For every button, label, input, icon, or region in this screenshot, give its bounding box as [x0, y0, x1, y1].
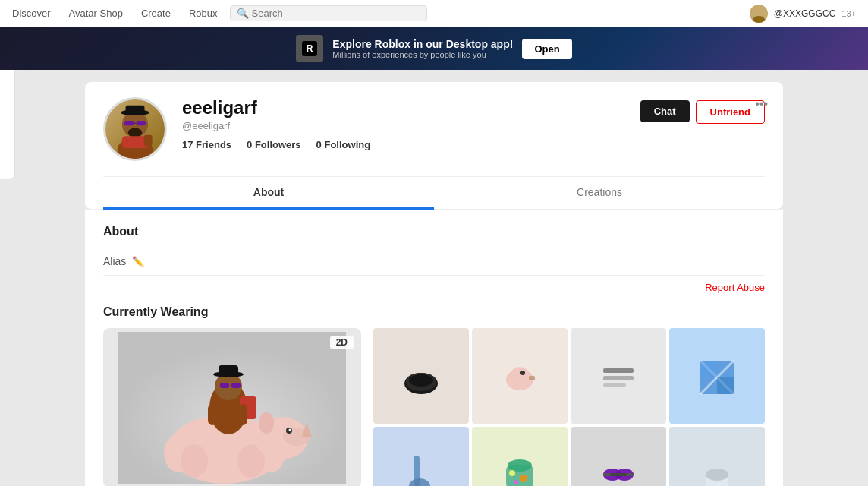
profile-tabs: About Creations	[103, 176, 765, 209]
item-thumb-7[interactable]	[669, 427, 765, 486]
about-section-title: About	[103, 225, 765, 238]
items-grid	[373, 328, 765, 486]
banner-text: Explore Roblox in our Desktop app! Milli…	[332, 38, 513, 59]
avatar-3d-preview: 2D	[103, 328, 361, 486]
nav-username: @XXXGGGCC	[774, 8, 836, 19]
svg-point-24	[289, 429, 291, 431]
friends-count: 17 Friends	[182, 139, 231, 150]
svg-rect-8	[124, 121, 134, 125]
svg-point-40	[520, 371, 525, 375]
svg-point-25	[259, 412, 274, 434]
svg-rect-13	[144, 135, 153, 146]
tab-creations[interactable]: Creations	[434, 177, 765, 210]
item-thumb-6[interactable]	[571, 427, 666, 486]
svg-rect-44	[603, 383, 626, 387]
profile-avatar	[103, 97, 167, 161]
report-row: Report Abuse	[103, 276, 765, 299]
item-thumb-3[interactable]	[669, 328, 765, 424]
banner-open-button[interactable]: Open	[522, 39, 571, 59]
nav-links: Discover Avatar Shop Create Robux	[12, 8, 218, 19]
wearing-content: 2D	[103, 328, 765, 486]
svg-rect-31	[231, 383, 241, 388]
item-thumb-2[interactable]	[571, 328, 666, 424]
profile-info: eeeligarf @eeeligarf 17 Friends 0 Follow…	[182, 97, 625, 150]
svg-point-55	[520, 475, 527, 482]
followers-count: 0 Followers	[247, 139, 301, 150]
alias-row: Alias ✏️	[103, 248, 765, 276]
currently-wearing-section: Currently Wearing 2D	[103, 305, 765, 486]
edit-alias-icon[interactable]: ✏️	[132, 256, 144, 267]
svg-point-54	[509, 470, 515, 476]
profile-stats: 17 Friends 0 Followers 0 Following	[182, 139, 625, 150]
2d-badge[interactable]: 2D	[330, 336, 354, 349]
svg-point-11	[128, 128, 143, 137]
svg-rect-33	[208, 404, 217, 425]
svg-text:R: R	[307, 43, 313, 54]
svg-rect-34	[238, 404, 247, 425]
svg-point-63	[706, 469, 728, 481]
nav-discover[interactable]: Discover	[12, 8, 51, 19]
report-abuse-link[interactable]: Report Abuse	[705, 282, 765, 293]
navigation-bar: Discover Avatar Shop Create Robux 🔍 @XXX…	[0, 0, 868, 27]
banner-title: Explore Roblox in our Desktop app!	[332, 38, 513, 50]
svg-point-18	[181, 444, 208, 478]
search-bar[interactable]: 🔍	[230, 5, 427, 21]
svg-rect-41	[529, 376, 535, 380]
main-container: •••	[85, 70, 783, 486]
avatar	[750, 5, 768, 23]
svg-rect-9	[137, 121, 146, 125]
content-section: About Alias ✏️ Report Abuse Currently We…	[85, 209, 783, 486]
item-thumb-4[interactable]	[373, 427, 469, 486]
svg-point-39	[511, 367, 529, 382]
profile-name: eeeligarf	[182, 97, 625, 118]
chat-button[interactable]: Chat	[640, 100, 690, 122]
nav-avatar-shop[interactable]: Avatar Shop	[69, 8, 123, 19]
profile-handle: @eeeligarf	[182, 120, 625, 131]
banner-icon: R	[296, 35, 323, 62]
svg-point-1	[753, 16, 765, 23]
svg-point-0	[755, 7, 763, 14]
svg-rect-7	[126, 106, 145, 114]
item-thumb-0[interactable]	[373, 328, 469, 424]
svg-point-56	[514, 480, 518, 484]
profile-header: eeeligarf @eeeligarf 17 Friends 0 Follow…	[103, 97, 765, 173]
profile-card: •••	[85, 82, 783, 209]
item-thumb-1[interactable]	[472, 328, 568, 424]
tab-about[interactable]: About	[103, 177, 434, 210]
following-count: 0 Following	[316, 139, 371, 150]
svg-rect-59	[609, 473, 627, 476]
nav-robux[interactable]: Robux	[189, 8, 218, 19]
svg-point-53	[508, 459, 532, 472]
nav-age-rating: 13+	[841, 9, 856, 18]
search-icon: 🔍	[237, 8, 249, 19]
alias-label: Alias	[103, 255, 126, 267]
currently-wearing-title: Currently Wearing	[103, 305, 765, 319]
item-thumb-5[interactable]	[472, 427, 568, 486]
svg-rect-60	[603, 473, 611, 476]
desktop-app-banner: R Explore Roblox in our Desktop app! Mil…	[0, 27, 868, 70]
search-input[interactable]	[252, 8, 420, 19]
banner-subtitle: Millions of experiences by people like y…	[332, 50, 513, 59]
nav-create[interactable]: Create	[141, 8, 171, 19]
svg-rect-48	[700, 361, 717, 377]
svg-rect-61	[626, 473, 634, 476]
more-options-button[interactable]: •••	[752, 94, 771, 114]
svg-rect-49	[717, 377, 734, 394]
svg-point-37	[409, 374, 433, 387]
svg-rect-29	[219, 365, 238, 376]
svg-point-51	[409, 478, 430, 486]
nav-right: @XXXGGGCC 13+	[750, 5, 856, 23]
svg-rect-43	[603, 376, 634, 380]
profile-actions: Chat Unfriend	[640, 100, 765, 124]
svg-rect-42	[603, 368, 634, 373]
svg-rect-30	[220, 383, 229, 388]
